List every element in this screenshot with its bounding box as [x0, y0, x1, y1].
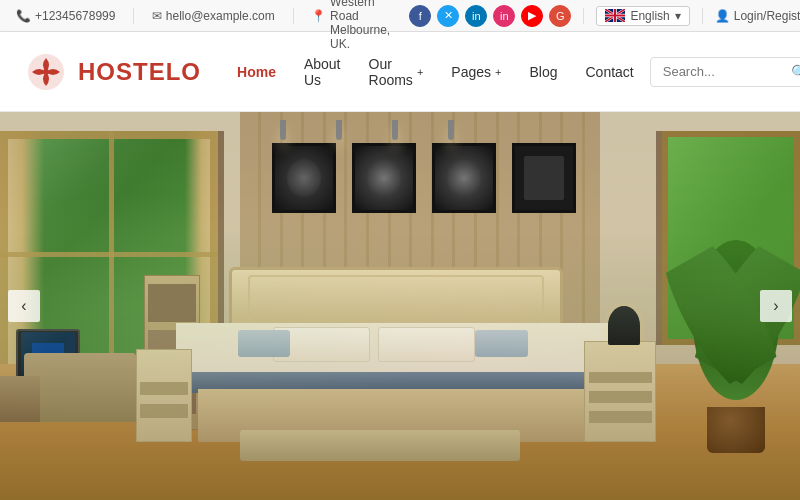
nav-pages[interactable]: Pages +	[451, 64, 501, 80]
bedside-lamp	[608, 306, 640, 345]
top-bar-left: 📞 +12345678999 ✉ hello@example.com 📍 123…	[16, 0, 391, 51]
accent-pillow-1	[238, 330, 291, 357]
phone-number: +12345678999	[35, 9, 115, 23]
logo-text: HOSTELO	[78, 58, 201, 86]
language-selector[interactable]: English ▾	[596, 6, 689, 26]
phone-icon: 📞	[16, 9, 31, 23]
picture-frame-2	[352, 143, 416, 213]
google-icon[interactable]: G	[549, 5, 571, 27]
address-text: 123 Western Road Melbourne, UK.	[330, 0, 391, 51]
nav-blog[interactable]: Blog	[529, 64, 557, 80]
divider3	[583, 8, 584, 24]
large-plant	[688, 240, 784, 453]
top-bar-right: f ✕ in in ▶ G English ▾ 👤 Login/Register	[409, 5, 800, 27]
hero-scene: ‹ ›	[0, 112, 800, 500]
language-label: English	[630, 9, 669, 23]
phone-item: 📞 +12345678999	[16, 9, 115, 23]
youtube-icon[interactable]: ▶	[521, 5, 543, 27]
login-register-label: Login/Register	[734, 9, 800, 23]
language-chevron: ▾	[675, 9, 681, 23]
picture-frame-3	[432, 143, 496, 213]
logo[interactable]: HOSTELO	[24, 50, 201, 94]
picture-frame-1	[272, 143, 336, 213]
nav-contact[interactable]: Contact	[585, 64, 633, 80]
chair-left	[0, 376, 40, 423]
accent-pillow-2	[475, 330, 528, 357]
location-icon: 📍	[311, 9, 326, 23]
address-item: 📍 123 Western Road Melbourne, UK.	[311, 0, 391, 51]
facebook-icon[interactable]: f	[409, 5, 431, 27]
nav-about[interactable]: About Us	[304, 56, 341, 88]
svg-point-1	[43, 69, 49, 75]
logo-icon	[24, 50, 68, 94]
linkedin-icon[interactable]: in	[465, 5, 487, 27]
login-register-btn[interactable]: 👤 Login/Register	[715, 9, 800, 23]
rooms-plus: +	[417, 66, 423, 78]
bedside-table-right	[584, 341, 656, 442]
divider4	[702, 8, 703, 24]
email-item: ✉ hello@example.com	[152, 9, 275, 23]
nav-links: Home About Us Our Rooms + Pages + Blog C…	[237, 56, 634, 88]
twitter-icon[interactable]: ✕	[437, 5, 459, 27]
top-bar: 📞 +12345678999 ✉ hello@example.com 📍 123…	[0, 0, 800, 32]
carousel-next-button[interactable]: ›	[760, 290, 792, 322]
nav-home[interactable]: Home	[237, 64, 276, 80]
search-input[interactable]	[663, 64, 783, 79]
email-address: hello@example.com	[166, 9, 275, 23]
email-icon: ✉	[152, 9, 162, 23]
ceiling-lights	[280, 120, 454, 140]
instagram-icon[interactable]: in	[493, 5, 515, 27]
pillow-2	[378, 327, 475, 362]
coffee-table	[240, 430, 520, 461]
search-bar: 🔍	[650, 57, 800, 87]
pages-plus: +	[495, 66, 501, 78]
armchair	[24, 353, 136, 423]
carousel-prev-button[interactable]: ‹	[8, 290, 40, 322]
bedside-table-left	[136, 349, 192, 442]
picture-frame-4	[512, 143, 576, 213]
search-button[interactable]: 🔍	[791, 64, 800, 80]
nav-rooms[interactable]: Our Rooms +	[369, 56, 424, 88]
user-icon: 👤	[715, 9, 730, 23]
mattress	[176, 323, 616, 393]
social-icons: f ✕ in in ▶ G	[409, 5, 571, 27]
bed	[176, 267, 616, 442]
uk-flag-icon	[605, 9, 625, 22]
hero-section: ‹ ›	[0, 112, 800, 500]
